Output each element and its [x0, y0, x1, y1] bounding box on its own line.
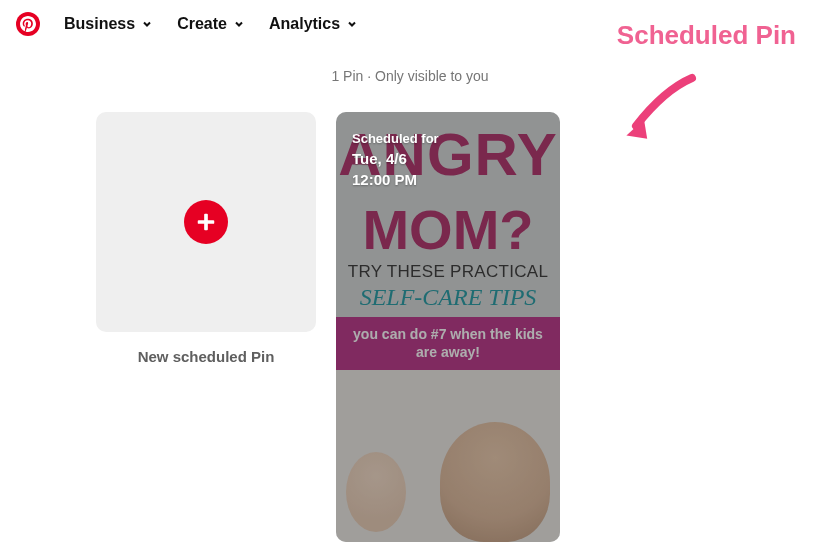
- chevron-down-icon: [233, 18, 245, 30]
- nav-create[interactable]: Create: [177, 15, 245, 33]
- chevron-down-icon: [346, 18, 358, 30]
- pinterest-logo-icon[interactable]: [16, 12, 40, 36]
- svg-rect-1: [198, 220, 215, 224]
- nav-label: Create: [177, 15, 227, 33]
- plus-icon: [184, 200, 228, 244]
- annotation-arrow-icon: [620, 70, 700, 150]
- nav-analytics[interactable]: Analytics: [269, 15, 358, 33]
- nav-label: Business: [64, 15, 135, 33]
- scheduled-pin-card[interactable]: ANGRY MOM? TRY THESE PRACTICAL SELF-CARE…: [336, 112, 560, 542]
- scheduled-for-label: Scheduled for: [352, 130, 439, 148]
- content-area: New scheduled Pin ANGRY MOM? TRY THESE P…: [0, 84, 820, 542]
- annotation-label: Scheduled Pin: [617, 20, 796, 51]
- new-scheduled-pin-column: New scheduled Pin: [96, 112, 316, 542]
- scheduled-date: Tue, 4/6: [352, 148, 439, 169]
- new-scheduled-pin-tile[interactable]: [96, 112, 316, 332]
- scheduled-time: 12:00 PM: [352, 169, 439, 190]
- chevron-down-icon: [141, 18, 153, 30]
- new-scheduled-pin-label: New scheduled Pin: [96, 348, 316, 365]
- schedule-overlay: Scheduled for Tue, 4/6 12:00 PM: [352, 130, 439, 190]
- nav-business[interactable]: Business: [64, 15, 153, 33]
- nav-label: Analytics: [269, 15, 340, 33]
